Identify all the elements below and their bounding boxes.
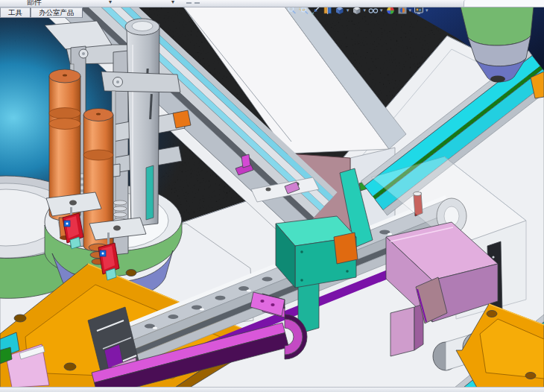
display-style-caret[interactable]: ▾ <box>364 7 367 13</box>
status-bar <box>0 387 544 392</box>
tab-office-products[interactable]: 办公室产品 <box>31 7 83 18</box>
toolbar-fragment <box>186 2 192 4</box>
toolbar-fragment <box>194 2 200 4</box>
view-settings-caret[interactable]: ▾ <box>426 7 428 13</box>
graphics-area[interactable] <box>0 7 544 388</box>
hide-show-items-caret[interactable]: ▾ <box>380 7 383 13</box>
menu-dropdown-caret[interactable]: ▾ <box>171 0 174 5</box>
menu-item-part[interactable]: 部件 <box>27 0 42 7</box>
command-tabs: 工具 办公室产品 <box>0 7 83 18</box>
menu-dropdown-caret[interactable]: ▾ <box>109 0 112 5</box>
apply-scene-caret[interactable]: ▾ <box>409 7 412 13</box>
assembly-3d-scene[interactable] <box>0 7 544 388</box>
tab-tools[interactable]: 工具 <box>0 7 31 18</box>
tower-bracket-orange <box>173 110 191 128</box>
cad-application-window: ▾ ▾ ▾ ▾ ▾ 部件 ▾ ▾ 工具 办公室产品 <box>0 0 544 392</box>
menu-strip: 部件 ▾ ▾ <box>0 0 544 7</box>
z-axis-actuator[interactable] <box>127 24 159 227</box>
view-orientation-caret[interactable]: ▾ <box>347 7 350 13</box>
task-pane-edge <box>464 0 544 7</box>
motor-clamp-orange <box>334 233 358 264</box>
